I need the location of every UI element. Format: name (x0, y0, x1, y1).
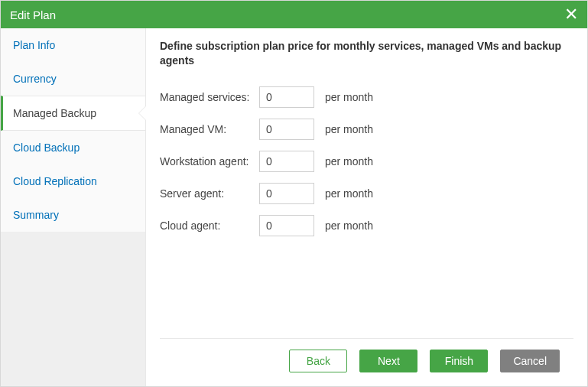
sidebar-item-label: Managed Backup (13, 107, 96, 119)
managed-vm-label: Managed VM: (160, 123, 259, 135)
back-button[interactable]: Back (289, 350, 347, 372)
price-form: Managed services: per month Managed VM: … (160, 86, 573, 247)
managed-vm-input[interactable] (259, 119, 314, 140)
row-server-agent: Server agent: per month (160, 183, 573, 204)
row-workstation-agent: Workstation agent: per month (160, 151, 573, 172)
page-heading: Define subscription plan price for month… (160, 39, 573, 68)
workstation-agent-unit: per month (325, 155, 373, 167)
row-managed-vm: Managed VM: per month (160, 119, 573, 140)
cloud-agent-label: Cloud agent: (160, 220, 259, 232)
row-cloud-agent: Cloud agent: per month (160, 215, 573, 236)
server-agent-input[interactable] (259, 183, 314, 204)
sidebar-item-plan-info[interactable]: Plan Info (1, 28, 145, 62)
managed-services-label: Managed services: (160, 91, 259, 103)
sidebar-item-label: Plan Info (13, 39, 55, 51)
cloud-agent-unit: per month (325, 220, 373, 232)
server-agent-unit: per month (325, 187, 373, 200)
cancel-button[interactable]: Cancel (500, 350, 560, 372)
dialog-title: Edit Plan (10, 8, 56, 21)
next-button[interactable]: Next (359, 350, 417, 372)
edit-plan-dialog: Edit Plan ✕ Plan Info Currency Managed B… (0, 0, 588, 387)
managed-services-unit: per month (325, 91, 373, 103)
sidebar-item-cloud-replication[interactable]: Cloud Replication (1, 164, 145, 198)
sidebar-item-label: Summary (13, 209, 59, 221)
wizard-sidebar: Plan Info Currency Managed Backup Cloud … (1, 28, 146, 386)
managed-vm-unit: per month (325, 123, 373, 135)
cloud-agent-input[interactable] (259, 215, 314, 236)
row-managed-services: Managed services: per month (160, 86, 573, 108)
workstation-agent-label: Workstation agent: (160, 155, 259, 167)
sidebar-item-cloud-backup[interactable]: Cloud Backup (1, 131, 145, 164)
titlebar: Edit Plan ✕ (1, 1, 587, 28)
sidebar-item-label: Currency (13, 73, 57, 85)
sidebar-item-label: Cloud Backup (13, 141, 80, 154)
dialog-body: Plan Info Currency Managed Backup Cloud … (1, 28, 587, 386)
managed-services-input[interactable] (259, 86, 314, 108)
sidebar-item-label: Cloud Replication (13, 175, 97, 187)
wizard-main: Define subscription plan price for month… (146, 28, 587, 386)
sidebar-filler (1, 232, 145, 386)
sidebar-item-summary[interactable]: Summary (1, 198, 145, 232)
wizard-footer: Back Next Finish Cancel (160, 338, 573, 386)
close-icon[interactable]: ✕ (564, 6, 578, 23)
finish-button[interactable]: Finish (430, 350, 488, 372)
sidebar-item-managed-backup[interactable]: Managed Backup (1, 96, 145, 131)
server-agent-label: Server agent: (160, 187, 259, 200)
workstation-agent-input[interactable] (259, 151, 314, 172)
sidebar-item-currency[interactable]: Currency (1, 62, 145, 96)
